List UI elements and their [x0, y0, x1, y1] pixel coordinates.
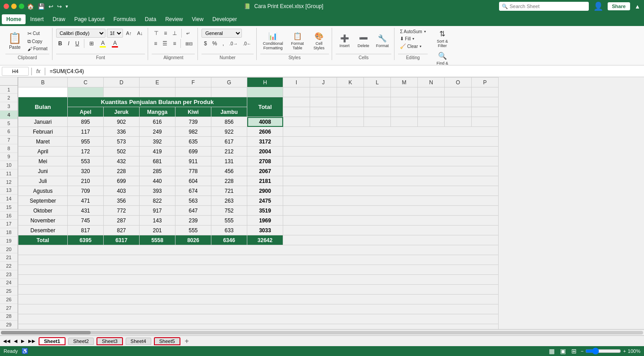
- cell-B9[interactable]: Juni: [18, 166, 68, 176]
- cell-H15[interactable]: 3033: [247, 226, 283, 235]
- cell-H6[interactable]: 3172: [247, 137, 283, 147]
- cell-M2[interactable]: [391, 97, 418, 107]
- col-header-K[interactable]: K: [337, 78, 364, 87]
- cell-G12[interactable]: 263: [211, 196, 247, 206]
- normal-view-button[interactable]: ▦: [548, 347, 556, 355]
- row-num-24[interactable]: 24: [0, 279, 18, 287]
- format-as-table-button[interactable]: 📋 FormatTable: [287, 29, 308, 53]
- menu-item-insert[interactable]: Insert: [26, 14, 48, 24]
- cell-D15[interactable]: 827: [104, 226, 140, 235]
- cell-I10-rest[interactable]: [283, 176, 499, 186]
- cell-H14[interactable]: 1969: [247, 216, 283, 226]
- cell-F4[interactable]: 739: [175, 117, 211, 127]
- col-header-P[interactable]: P: [472, 78, 499, 87]
- align-center-button[interactable]: ☰: [160, 39, 170, 48]
- col-header-I[interactable]: I: [283, 78, 310, 87]
- cell-B6[interactable]: Maret: [18, 137, 68, 147]
- increase-decimal-button[interactable]: .0→: [227, 39, 240, 48]
- row-num-3[interactable]: 3: [0, 102, 18, 111]
- menu-item-draw[interactable]: Draw: [48, 14, 70, 24]
- row-num-8[interactable]: 8: [0, 144, 18, 153]
- menu-item-data[interactable]: Data: [140, 14, 161, 24]
- cell-I6-rest[interactable]: [283, 137, 499, 147]
- row-num-6[interactable]: 6: [0, 127, 18, 136]
- cell-B14[interactable]: November: [18, 216, 68, 226]
- col-header-D[interactable]: D: [104, 78, 140, 87]
- cell-F12[interactable]: 563: [175, 196, 211, 206]
- col-header-L[interactable]: L: [364, 78, 391, 87]
- row-num-9[interactable]: 9: [0, 153, 18, 161]
- cell-F5[interactable]: 982: [175, 127, 211, 137]
- cell-I5-rest[interactable]: [283, 127, 499, 137]
- menu-item-formulas[interactable]: Formulas: [109, 14, 140, 24]
- cell-D10[interactable]: 699: [104, 176, 140, 186]
- row-num-16[interactable]: 16: [0, 212, 18, 220]
- col-mangga[interactable]: Mangga: [140, 107, 175, 117]
- cell-D13[interactable]: 772: [104, 206, 140, 216]
- col-header-B[interactable]: B: [18, 78, 68, 87]
- row-num-29[interactable]: 29: [0, 321, 18, 329]
- menu-item-home[interactable]: Home: [2, 14, 26, 24]
- grid-scroll-area[interactable]: B C D E F G H I J K L M N: [18, 77, 644, 329]
- row-num-7[interactable]: 7: [0, 136, 18, 144]
- cell-C9[interactable]: 320: [68, 166, 104, 176]
- add-sheet-button[interactable]: +: [183, 337, 191, 345]
- cell-K1[interactable]: [337, 87, 364, 97]
- cell-C15[interactable]: 817: [68, 226, 104, 235]
- cell-C4[interactable]: 895: [68, 117, 104, 127]
- cell-G1[interactable]: [211, 87, 247, 97]
- cell-B7[interactable]: April: [18, 147, 68, 156]
- conditional-formatting-button[interactable]: 📊 ConditionalFormatting: [260, 29, 286, 53]
- cell-G4[interactable]: 856: [211, 117, 247, 127]
- cell-D6[interactable]: 573: [104, 137, 140, 147]
- cell-J2[interactable]: [310, 97, 337, 107]
- cell-I1[interactable]: [283, 87, 310, 97]
- cell-C11[interactable]: 709: [68, 186, 104, 196]
- cell-G14[interactable]: 555: [211, 216, 247, 226]
- cell-H1[interactable]: [247, 87, 283, 97]
- col-jeruk[interactable]: Jeruk: [104, 107, 140, 117]
- cell-E14[interactable]: 143: [140, 216, 175, 226]
- sheet-next-arrow[interactable]: ▶: [20, 338, 26, 344]
- cell-H5[interactable]: 2606: [247, 127, 283, 137]
- maximize-button[interactable]: [19, 4, 24, 9]
- cell-C5[interactable]: 117: [68, 127, 104, 137]
- cell-H13[interactable]: 3519: [247, 206, 283, 216]
- row-num-13[interactable]: 13: [0, 187, 18, 195]
- row-num-5[interactable]: 5: [0, 119, 18, 128]
- number-format-select[interactable]: General Number Currency Percentage: [202, 29, 242, 38]
- cell-D7[interactable]: 502: [104, 147, 140, 156]
- cell-P4[interactable]: [472, 117, 499, 127]
- cell-F6[interactable]: 635: [175, 137, 211, 147]
- menu-item-developer[interactable]: Developer: [208, 14, 241, 24]
- sheet-first-arrow[interactable]: ◀◀: [2, 338, 12, 344]
- sheet-tab-sheet1[interactable]: Sheet1: [39, 337, 66, 345]
- font-name-select[interactable]: Calibri (Body): [56, 29, 105, 38]
- total-header-cell[interactable]: Total: [247, 97, 283, 117]
- cell-G10[interactable]: 228: [211, 176, 247, 186]
- cell-D5[interactable]: 336: [104, 127, 140, 137]
- col-header-O[interactable]: O: [445, 78, 472, 87]
- font-color-button[interactable]: A: [110, 39, 120, 48]
- cell-E9[interactable]: 285: [140, 166, 175, 176]
- cell-B5[interactable]: Februari: [18, 127, 68, 137]
- cell-L4[interactable]: [364, 117, 391, 127]
- cell-B10[interactable]: Juli: [18, 176, 68, 186]
- cell-I14-rest[interactable]: [283, 216, 499, 226]
- cell-E12[interactable]: 822: [140, 196, 175, 206]
- cell-H10[interactable]: 2181: [247, 176, 283, 186]
- cell-P2[interactable]: [472, 97, 499, 107]
- percent-button[interactable]: %: [210, 39, 219, 48]
- cell-G6[interactable]: 617: [211, 137, 247, 147]
- merge-center-button[interactable]: ⊞⊟: [183, 39, 195, 48]
- cell-E11[interactable]: 393: [140, 186, 175, 196]
- share-button[interactable]: Share: [608, 2, 631, 10]
- search-input[interactable]: [510, 4, 577, 9]
- col-header-F[interactable]: F: [175, 78, 211, 87]
- copy-button[interactable]: ⧉ Copy: [26, 38, 49, 45]
- comma-button[interactable]: ,: [220, 39, 226, 48]
- cell-B2[interactable]: Bulan: [18, 97, 68, 117]
- cell-G16[interactable]: 6346: [211, 235, 247, 245]
- col-header-N[interactable]: N: [418, 78, 445, 87]
- row-num-10[interactable]: 10: [0, 161, 18, 169]
